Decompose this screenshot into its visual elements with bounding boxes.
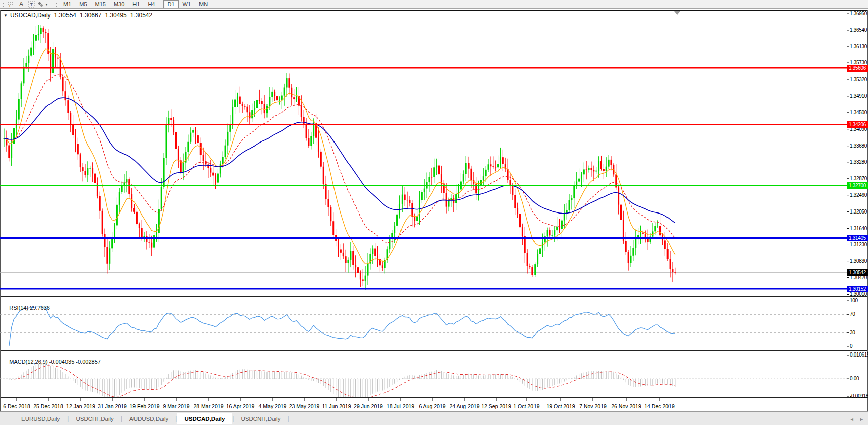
- toolbar-separator: [214, 1, 214, 8]
- title-symbol: USDCAD,Daily: [10, 12, 51, 19]
- date-axis-label: 19 Oct 2019: [546, 403, 575, 409]
- top-toolbar: F A T ▼ M1M5M15M30H1H4D1W1MN: [0, 0, 868, 9]
- price-axis-tick: 1.32870: [850, 176, 868, 182]
- price-axis-tick: 1.33280: [850, 159, 868, 165]
- price-axis-tick: 1.35320: [850, 77, 868, 83]
- chart-canvas[interactable]: [0, 0, 868, 425]
- tab-separator: |: [287, 413, 289, 423]
- rsi-separator: [0, 296, 868, 297]
- chart-title: ▼ USDCAD,Daily 1.30554 1.30667 1.30495 1…: [4, 12, 156, 19]
- macd-label: MACD(12,26,9) -0.004035 -0.002857: [3, 352, 101, 371]
- title-high: 1.30667: [80, 12, 101, 19]
- date-axis-label: 31 Jan 2019: [98, 403, 127, 409]
- toolbar-grip[interactable]: [54, 1, 58, 7]
- text-icon[interactable]: A: [17, 1, 26, 8]
- toolbar-separator: [51, 1, 51, 8]
- current-price-label: 1.30542: [847, 269, 868, 276]
- timeframe-button-M30[interactable]: M30: [110, 0, 128, 8]
- date-axis-label: 28 Mar 2019: [194, 403, 224, 409]
- text-label-icon[interactable]: T: [27, 1, 36, 8]
- date-axis-label: 25 Dec 2018: [33, 403, 63, 409]
- macd-axis-tick: -0.00918: [850, 393, 868, 399]
- title-low: 1.30495: [105, 12, 126, 19]
- price-axis-tick: 1.36130: [850, 44, 868, 50]
- price-axis-tick: 1.31230: [850, 242, 868, 248]
- timeframe-button-M15[interactable]: M15: [91, 0, 110, 8]
- rsi-line: [9, 307, 675, 346]
- tab-scroll-arrows[interactable]: ◄ ►: [850, 417, 866, 422]
- price-line-label: 1.32700: [847, 182, 868, 189]
- price-axis-tick: 1.30830: [850, 258, 868, 264]
- macd-separator: [0, 350, 868, 351]
- title-close: 1.30542: [130, 12, 152, 19]
- date-axis-label: 11 Jun 2019: [322, 403, 351, 409]
- rsi-axis-tick: 0: [850, 343, 868, 349]
- timeframe-button-D1[interactable]: D1: [163, 0, 178, 8]
- timeframe-button-MN[interactable]: MN: [195, 0, 212, 8]
- date-axis-label: 16 Apr 2019: [226, 403, 255, 409]
- price-line-label: 1.31405: [847, 235, 868, 241]
- price-line-label: 1.34206: [847, 121, 868, 128]
- date-axis-label: 4 May 2019: [259, 403, 287, 409]
- tab-usdcnh-daily[interactable]: USDCNH,Daily: [234, 414, 287, 424]
- price-axis-tick: 1.34500: [850, 110, 868, 116]
- rsi-axis-tick: 100: [850, 298, 868, 304]
- price-axis-tick: 1.30010: [850, 291, 868, 297]
- chart-shift-marker: [674, 11, 680, 15]
- price-axis-tick: 1.31640: [850, 226, 868, 232]
- toolbar-grip[interactable]: [1, 1, 5, 7]
- date-axis-label: 29 Jun 2019: [354, 403, 383, 409]
- date-axis-label: 12 Jan 2019: [66, 403, 95, 409]
- timeframe-button-M1[interactable]: M1: [59, 0, 75, 8]
- collapse-triangle-icon[interactable]: ▼: [4, 13, 8, 18]
- svg-text:F: F: [9, 4, 12, 8]
- timeframe-button-M5[interactable]: M5: [75, 0, 91, 8]
- timeframe-group: M1M5M15M30H1H4D1W1MN: [59, 0, 212, 8]
- date-axis-label: 23 May 2019: [289, 403, 320, 409]
- price-axis-tick: 1.36950: [850, 11, 868, 17]
- tab-audusd-daily[interactable]: AUDUSD,Daily: [122, 414, 175, 424]
- rsi-axis-tick: 70: [850, 311, 868, 317]
- date-axis-label: 12 Sep 2019: [481, 403, 511, 409]
- timeframe-button-W1[interactable]: W1: [179, 0, 195, 8]
- date-axis-label: 9 Mar 2019: [163, 403, 189, 409]
- price-axis-tick: 1.36540: [850, 27, 868, 33]
- price-axis-tick: 1.32050: [850, 209, 868, 215]
- date-axis-label: 24 Aug 2019: [450, 403, 480, 409]
- price-line-label: 1.35606: [847, 65, 868, 72]
- rsi-axis-tick: 30: [850, 330, 868, 336]
- chart-bottom-border: [0, 397, 868, 398]
- tab-usdchf-daily[interactable]: USDCHF,Daily: [69, 414, 120, 424]
- macd-axis-tick: 0.010615: [850, 352, 868, 358]
- date-axis-label: 7 Nov 2019: [579, 403, 607, 409]
- macd-signal-line: [14, 366, 675, 398]
- symbol-tab-bar: EURUSD,Daily|USDCHF,Daily|AUDUSD,Daily|U…: [0, 411, 868, 425]
- chevron-down-icon: ▼: [45, 3, 48, 6]
- date-axis-label: 14 Dec 2019: [644, 403, 675, 409]
- chart-top-border: [0, 10, 868, 11]
- date-axis-label: 19 Feb 2019: [130, 403, 160, 409]
- svg-text:T: T: [30, 2, 33, 7]
- tab-usdcad-daily[interactable]: USDCAD,Daily: [177, 413, 232, 424]
- title-open: 1.30554: [54, 12, 76, 19]
- date-axis-label: 1 Oct 2019: [513, 403, 539, 409]
- tab-eurusd-daily[interactable]: EURUSD,Daily: [14, 414, 67, 424]
- mt4-window: F A T ▼ M1M5M15M30H1H4D1W1MN ▼ USDCAD,Da…: [0, 0, 868, 425]
- price-line-label: 1.30152: [847, 286, 868, 292]
- price-axis-tick: 1.32460: [850, 192, 868, 198]
- timeframe-button-H1[interactable]: H1: [128, 0, 144, 8]
- rsi-label: RSI(14) 29.7636: [3, 299, 50, 317]
- price-axis-tick: 1.34910: [850, 93, 868, 99]
- date-axis-label: 26 Nov 2019: [611, 403, 641, 409]
- medium-ma-line: [4, 74, 675, 243]
- date-axis-label: 18 Jul 2019: [387, 403, 414, 409]
- toolbar-separator: [161, 1, 161, 8]
- date-axis-label: 6 Dec 2018: [3, 403, 30, 409]
- timeframe-button-H4[interactable]: H4: [144, 0, 159, 8]
- date-axis-label: 6 Aug 2019: [419, 403, 445, 409]
- price-axis-tick: 1.33680: [850, 143, 868, 149]
- arrows-icon[interactable]: ▼: [37, 1, 48, 8]
- fibonacci-icon[interactable]: F: [7, 1, 16, 8]
- macd-axis-tick: 0.00: [850, 376, 868, 382]
